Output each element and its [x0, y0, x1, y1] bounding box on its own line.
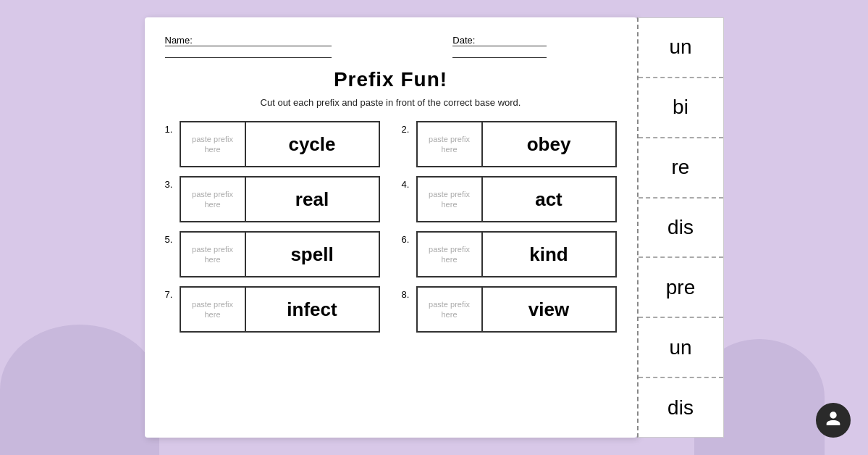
name-label: Name:	[165, 35, 332, 46]
base-word-3: real	[246, 178, 379, 221]
word-boxes-1: paste prefix here cycle	[180, 121, 380, 167]
name-line	[165, 46, 332, 58]
word-item-3: 3. paste prefix here real	[165, 176, 380, 222]
prefix-item-7[interactable]: dis	[639, 378, 723, 437]
word-boxes-6: paste prefix here kind	[416, 231, 617, 277]
worksheet-instruction: Cut out each prefix and paste in front o…	[165, 97, 617, 108]
base-word-8: view	[483, 288, 615, 331]
word-number-6: 6.	[402, 231, 412, 277]
paste-box-5[interactable]: paste prefix here	[181, 233, 246, 276]
word-boxes-7: paste prefix here infect	[180, 286, 380, 333]
worksheet: Name: Date: Prefix Fun! Cut out each pre…	[145, 17, 637, 438]
word-number-2: 2.	[402, 121, 412, 167]
word-number-1: 1.	[165, 121, 175, 167]
word-item-8: 8. paste prefix here view	[402, 286, 617, 333]
prefix-item-4[interactable]: dis	[639, 199, 723, 259]
word-item-2: 2. paste prefix here obey	[402, 121, 617, 167]
name-date-row: Name: Date:	[165, 35, 617, 58]
paste-box-8[interactable]: paste prefix here	[418, 288, 483, 331]
paste-box-4[interactable]: paste prefix here	[418, 178, 483, 221]
base-word-2: obey	[483, 122, 615, 166]
paste-box-2[interactable]: paste prefix here	[418, 122, 483, 166]
avatar-icon[interactable]	[816, 403, 851, 438]
word-item-7: 7. paste prefix here infect	[165, 286, 380, 333]
base-word-7: infect	[246, 288, 379, 331]
word-item-1: 1. paste prefix here cycle	[165, 121, 380, 167]
paste-box-3[interactable]: paste prefix here	[181, 178, 246, 221]
prefix-item-6[interactable]: un	[639, 318, 723, 378]
word-number-8: 8.	[402, 286, 412, 333]
cloud-decoration-left	[0, 325, 159, 455]
word-item-6: 6. paste prefix here kind	[402, 231, 617, 277]
word-boxes-5: paste prefix here spell	[180, 231, 380, 277]
word-number-7: 7.	[165, 286, 175, 333]
paste-box-1[interactable]: paste prefix here	[181, 122, 246, 166]
prefix-strip: un bi re dis pre un dis	[637, 17, 724, 438]
date-label: Date:	[452, 35, 547, 46]
words-grid: 1. paste prefix here cycle 2. paste pref…	[165, 121, 617, 333]
name-field: Name:	[165, 35, 453, 58]
prefix-item-5[interactable]: pre	[639, 258, 723, 318]
word-boxes-4: paste prefix here act	[416, 176, 617, 222]
prefix-item-1[interactable]: un	[639, 18, 723, 78]
word-boxes-3: paste prefix here real	[180, 176, 380, 222]
word-item-5: 5. paste prefix here spell	[165, 231, 380, 277]
date-line	[452, 46, 547, 58]
worksheet-title: Prefix Fun!	[165, 68, 617, 91]
word-number-4: 4.	[402, 176, 412, 222]
prefix-item-2[interactable]: bi	[639, 78, 723, 138]
paste-box-6[interactable]: paste prefix here	[418, 233, 483, 276]
base-word-5: spell	[246, 233, 379, 276]
word-boxes-2: paste prefix here obey	[416, 121, 617, 167]
paste-box-7[interactable]: paste prefix here	[181, 288, 246, 331]
base-word-6: kind	[483, 233, 615, 276]
date-field: Date:	[452, 35, 616, 58]
base-word-4: act	[483, 178, 615, 221]
word-number-3: 3.	[165, 176, 175, 222]
worksheet-container: Name: Date: Prefix Fun! Cut out each pre…	[145, 17, 724, 438]
word-item-4: 4. paste prefix here act	[402, 176, 617, 222]
prefix-item-3[interactable]: re	[639, 138, 723, 199]
base-word-1: cycle	[246, 122, 379, 166]
word-boxes-8: paste prefix here view	[416, 286, 617, 333]
word-number-5: 5.	[165, 231, 175, 277]
